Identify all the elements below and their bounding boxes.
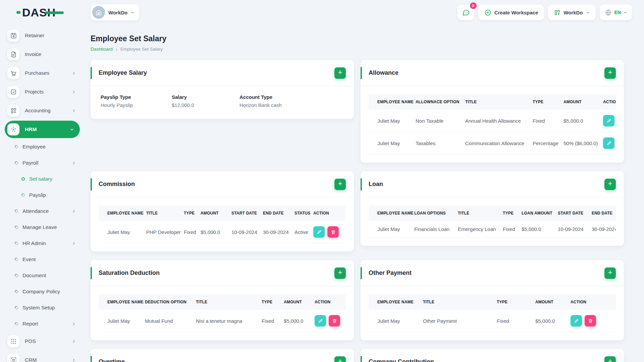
card-header: Overtime [91,349,354,362]
create-workspace-button[interactable]: Create Workspace [478,5,544,20]
card-allowance: Allowance EMPLOYEE NAMEALLOWNACE OPTIONT… [361,60,624,163]
sidebar-item-event[interactable]: Event [0,251,84,267]
card-header: Other Payment [361,260,624,286]
table-cell: Fixed [258,310,280,332]
column-header: START DATE [554,205,588,221]
delete-button[interactable] [327,226,339,238]
sidebar-item-accounting[interactable]: Accounting [0,101,84,120]
add-loan-button[interactable] [604,179,616,190]
card-title: Allowance [369,69,398,76]
sidebar-item-projects[interactable]: Projects [0,82,84,101]
table-cell: Mutual Fund [141,310,192,332]
chevron-right-icon [72,340,76,343]
add-company-contribution-button[interactable] [604,356,616,362]
chevron-right-icon [72,71,76,75]
messages-button[interactable]: 0 [458,5,474,20]
globe-icon [605,9,612,16]
sidebar-item-company-policy[interactable]: Company Policy [0,284,84,300]
sidebar-item-purchases[interactable]: Purchases [0,64,84,82]
table-cell: Financials Loan [410,221,454,238]
sidebar-item-label: Projects [25,89,44,95]
crm-icon [7,354,19,362]
sidebar-item-attendance[interactable]: Attendance [0,203,84,219]
sidebar-item-payslip[interactable]: Payslip [0,187,84,203]
commission-table-wrap: EMPLOYEE NAMETITLETYPEAMOUNTSTART DATEEN… [99,205,346,243]
employee-salary-details: Payslip Type Hourly Payslip Salary $12,0… [91,86,354,119]
add-overtime-button[interactable] [334,356,346,362]
field-label: Salary [172,94,239,100]
retainer-icon [7,29,19,42]
table-row: Juliet MayOther PaymentFixed$5,000.0 [369,310,616,332]
table-cell: PHP Developer [142,221,180,243]
sidebar-item-label: POS [25,338,36,344]
table-row: Juliet MayPHP DeveloperFixed$5,000.010-0… [99,221,346,243]
chevron-right-icon [72,90,76,94]
add-commission-button[interactable] [334,179,346,190]
add-saturation-deduction-button[interactable] [334,267,346,279]
loan-table-wrap: EMPLOYEE NAMELOAN OPTIONSTITLETYPELOAN A… [369,205,616,238]
table-cell: $5,000.0 [518,221,554,238]
add-other-payment-button[interactable] [604,267,616,279]
workdo-apps-button[interactable]: WorkDo [548,5,595,20]
column-header: EMPLOYEE NAME [99,294,141,310]
card-overtime: Overtime [91,349,354,362]
sidebar-item-payroll[interactable]: Payroll [0,155,84,171]
column-header: TYPE [499,205,518,221]
add-allowance-button[interactable] [604,67,616,79]
workdo-apps-label: WorkDo [564,10,583,15]
card-saturation-deduction: Saturation Deduction EMPLOYEE NAMEDEDUCT… [91,260,354,340]
language-code: EN [614,10,621,15]
chat-icon [462,8,470,16]
delete-button[interactable] [585,315,596,326]
chevron-right-icon [72,209,76,213]
breadcrumb-separator: › [116,46,117,52]
field-value: Hourly Payslip [101,102,172,108]
brand-logo[interactable]: DASH [0,0,84,25]
card-header: Company Contribution [361,349,624,362]
sidebar-item-report[interactable]: Report [0,316,84,332]
card-header: Commission [91,171,354,197]
hrm-icon [7,123,19,135]
sidebar-item-set-salary[interactable]: Set salary [0,171,84,187]
table-cell: Juliet May [369,221,410,238]
sidebar-item-employee[interactable]: Employee [0,139,84,155]
sidebar-item-retainer[interactable]: Retainer [0,26,84,45]
card-header: Employee Salary [91,60,354,86]
cards-grid: Employee Salary Payslip Type Hourly Pays… [91,60,624,362]
bullet-icon [21,193,25,197]
payslip-type-field: Payslip Type Hourly Payslip [101,94,172,108]
sidebar-item-document[interactable]: Document [0,267,84,284]
edit-button[interactable] [603,137,614,149]
sidebar-item-crm[interactable]: CRM [0,351,84,362]
column-header: END DATE [259,205,290,221]
table-cell: Juliet May [99,310,141,332]
bullet-icon [14,144,19,149]
chevron-right-icon [72,161,76,165]
sidebar-item-label: CRM [25,357,37,362]
sidebar-item-hr-admin[interactable]: HR Admin [0,235,84,251]
sidebar-item-label: Manage Leave [22,224,57,230]
workspace-selector[interactable]: WorkDo [91,4,139,20]
sidebar-item-invoice[interactable]: Invoice [0,45,84,64]
language-selector[interactable]: EN [600,5,632,20]
sidebar-item-pos[interactable]: POS [0,332,84,351]
sidebar-item-hrm[interactable]: HRM [5,121,80,138]
table-cell: Fixed [529,110,559,132]
sidebar-item-label: System Setup [22,305,55,311]
salary-field: Salary $12,000.0 [172,94,239,108]
card-title: Loan [369,181,383,188]
column-header: TITLE [419,294,493,310]
breadcrumb-dashboard-link[interactable]: Dashboard [91,47,113,52]
table-cell: Juliet May [369,310,419,332]
edit-button[interactable] [313,226,325,238]
edit-button[interactable] [315,315,326,326]
field-value: Horizon Bank cash [239,102,282,108]
card-header: Allowance [361,60,624,86]
edit-button[interactable] [603,115,614,126]
chevron-right-icon [72,242,76,245]
sidebar-item-manage-leave[interactable]: Manage Leave [0,219,84,235]
edit-employee-salary-button[interactable] [334,67,346,79]
delete-button[interactable] [329,315,340,326]
sidebar-item-system-setup[interactable]: System Setup [0,300,84,316]
edit-button[interactable] [571,315,582,326]
